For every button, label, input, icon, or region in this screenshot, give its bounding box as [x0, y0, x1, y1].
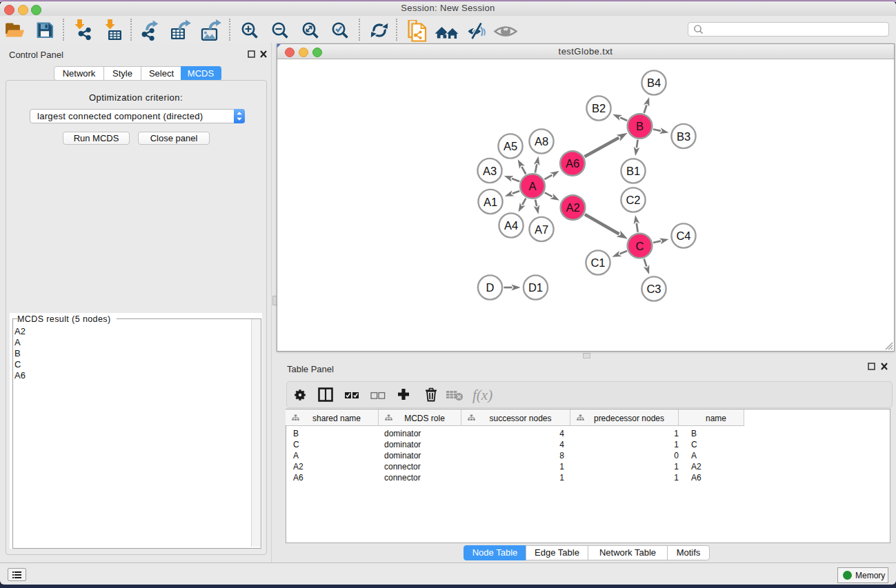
svg-text:A6: A6 — [566, 157, 579, 170]
svg-text:C1: C1 — [590, 256, 605, 269]
svg-text:A8: A8 — [535, 135, 548, 148]
svg-text:B: B — [636, 120, 644, 132]
svg-text:A7: A7 — [535, 223, 548, 236]
svg-text:B3: B3 — [677, 130, 690, 143]
svg-text:A5: A5 — [504, 140, 517, 152]
svg-text:A: A — [528, 180, 536, 192]
svg-text:D: D — [486, 281, 495, 294]
svg-text:A4: A4 — [504, 219, 518, 232]
svg-text:D1: D1 — [528, 281, 543, 294]
svg-text:B1: B1 — [626, 165, 640, 177]
svg-text:C3: C3 — [646, 283, 661, 295]
svg-text:C4: C4 — [676, 230, 690, 242]
svg-text:C: C — [636, 240, 644, 252]
svg-text:B2: B2 — [592, 102, 606, 114]
svg-text:A1: A1 — [484, 196, 497, 208]
svg-text:C2: C2 — [626, 194, 640, 206]
svg-text:A2: A2 — [566, 201, 579, 214]
svg-text:A3: A3 — [483, 165, 497, 177]
svg-text:B4: B4 — [647, 77, 661, 89]
